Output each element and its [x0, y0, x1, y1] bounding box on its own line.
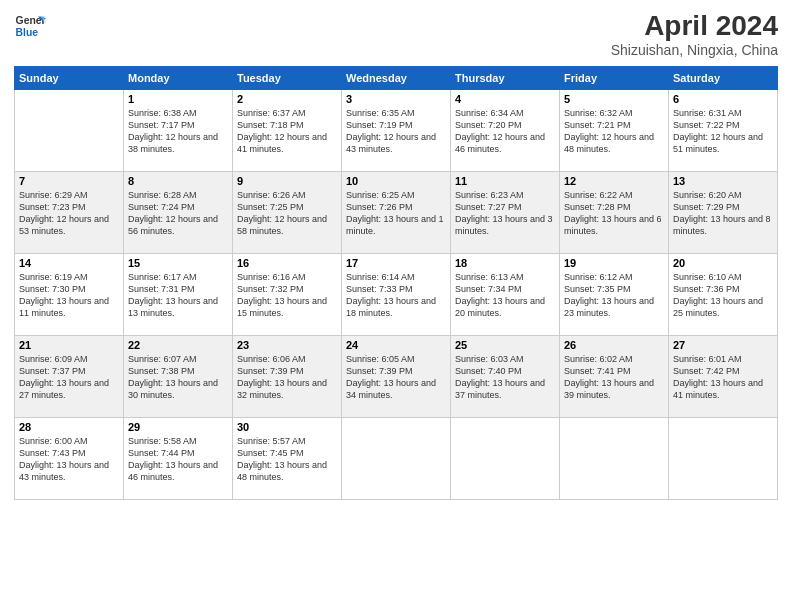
calendar-cell: 26Sunrise: 6:02 AMSunset: 7:41 PMDayligh… [560, 336, 669, 418]
svg-text:Blue: Blue [16, 27, 39, 38]
calendar-cell: 30Sunrise: 5:57 AMSunset: 7:45 PMDayligh… [233, 418, 342, 500]
day-number: 19 [564, 257, 664, 269]
calendar-cell [451, 418, 560, 500]
day-info: Sunrise: 6:38 AMSunset: 7:17 PMDaylight:… [128, 107, 228, 156]
calendar-cell [342, 418, 451, 500]
day-number: 21 [19, 339, 119, 351]
day-info: Sunrise: 6:26 AMSunset: 7:25 PMDaylight:… [237, 189, 337, 238]
day-info: Sunrise: 5:57 AMSunset: 7:45 PMDaylight:… [237, 435, 337, 484]
col-wednesday: Wednesday [342, 67, 451, 90]
col-thursday: Thursday [451, 67, 560, 90]
day-number: 6 [673, 93, 773, 105]
calendar-cell: 13Sunrise: 6:20 AMSunset: 7:29 PMDayligh… [669, 172, 778, 254]
day-number: 15 [128, 257, 228, 269]
calendar-cell: 18Sunrise: 6:13 AMSunset: 7:34 PMDayligh… [451, 254, 560, 336]
day-number: 27 [673, 339, 773, 351]
calendar-cell: 16Sunrise: 6:16 AMSunset: 7:32 PMDayligh… [233, 254, 342, 336]
day-number: 30 [237, 421, 337, 433]
calendar-week-row-1: 1Sunrise: 6:38 AMSunset: 7:17 PMDaylight… [15, 90, 778, 172]
calendar-cell: 19Sunrise: 6:12 AMSunset: 7:35 PMDayligh… [560, 254, 669, 336]
calendar-cell: 6Sunrise: 6:31 AMSunset: 7:22 PMDaylight… [669, 90, 778, 172]
day-number: 13 [673, 175, 773, 187]
calendar-cell: 25Sunrise: 6:03 AMSunset: 7:40 PMDayligh… [451, 336, 560, 418]
logo-icon: General Blue [14, 10, 46, 42]
day-info: Sunrise: 6:10 AMSunset: 7:36 PMDaylight:… [673, 271, 773, 320]
day-info: Sunrise: 6:16 AMSunset: 7:32 PMDaylight:… [237, 271, 337, 320]
calendar-header-row: Sunday Monday Tuesday Wednesday Thursday… [15, 67, 778, 90]
day-info: Sunrise: 6:07 AMSunset: 7:38 PMDaylight:… [128, 353, 228, 402]
calendar-cell: 1Sunrise: 6:38 AMSunset: 7:17 PMDaylight… [124, 90, 233, 172]
calendar-cell: 23Sunrise: 6:06 AMSunset: 7:39 PMDayligh… [233, 336, 342, 418]
day-number: 16 [237, 257, 337, 269]
day-info: Sunrise: 6:23 AMSunset: 7:27 PMDaylight:… [455, 189, 555, 238]
calendar-cell: 27Sunrise: 6:01 AMSunset: 7:42 PMDayligh… [669, 336, 778, 418]
day-number: 17 [346, 257, 446, 269]
calendar-cell: 22Sunrise: 6:07 AMSunset: 7:38 PMDayligh… [124, 336, 233, 418]
month-title: April 2024 [611, 10, 778, 42]
calendar-cell [15, 90, 124, 172]
day-number: 12 [564, 175, 664, 187]
col-tuesday: Tuesday [233, 67, 342, 90]
calendar-cell: 21Sunrise: 6:09 AMSunset: 7:37 PMDayligh… [15, 336, 124, 418]
day-info: Sunrise: 6:14 AMSunset: 7:33 PMDaylight:… [346, 271, 446, 320]
day-info: Sunrise: 6:09 AMSunset: 7:37 PMDaylight:… [19, 353, 119, 402]
day-number: 25 [455, 339, 555, 351]
day-info: Sunrise: 6:37 AMSunset: 7:18 PMDaylight:… [237, 107, 337, 156]
calendar-cell: 7Sunrise: 6:29 AMSunset: 7:23 PMDaylight… [15, 172, 124, 254]
day-number: 29 [128, 421, 228, 433]
calendar-cell: 14Sunrise: 6:19 AMSunset: 7:30 PMDayligh… [15, 254, 124, 336]
day-number: 4 [455, 93, 555, 105]
day-number: 7 [19, 175, 119, 187]
day-number: 26 [564, 339, 664, 351]
title-block: April 2024 Shizuishan, Ningxia, China [611, 10, 778, 58]
calendar-cell: 3Sunrise: 6:35 AMSunset: 7:19 PMDaylight… [342, 90, 451, 172]
day-info: Sunrise: 6:34 AMSunset: 7:20 PMDaylight:… [455, 107, 555, 156]
day-info: Sunrise: 6:17 AMSunset: 7:31 PMDaylight:… [128, 271, 228, 320]
day-number: 18 [455, 257, 555, 269]
day-info: Sunrise: 6:02 AMSunset: 7:41 PMDaylight:… [564, 353, 664, 402]
day-number: 11 [455, 175, 555, 187]
day-info: Sunrise: 6:22 AMSunset: 7:28 PMDaylight:… [564, 189, 664, 238]
day-info: Sunrise: 6:32 AMSunset: 7:21 PMDaylight:… [564, 107, 664, 156]
day-number: 28 [19, 421, 119, 433]
day-info: Sunrise: 6:19 AMSunset: 7:30 PMDaylight:… [19, 271, 119, 320]
day-info: Sunrise: 6:25 AMSunset: 7:26 PMDaylight:… [346, 189, 446, 238]
day-number: 20 [673, 257, 773, 269]
day-number: 10 [346, 175, 446, 187]
day-info: Sunrise: 6:01 AMSunset: 7:42 PMDaylight:… [673, 353, 773, 402]
calendar-cell: 29Sunrise: 5:58 AMSunset: 7:44 PMDayligh… [124, 418, 233, 500]
day-number: 3 [346, 93, 446, 105]
day-info: Sunrise: 5:58 AMSunset: 7:44 PMDaylight:… [128, 435, 228, 484]
day-info: Sunrise: 6:20 AMSunset: 7:29 PMDaylight:… [673, 189, 773, 238]
day-info: Sunrise: 6:03 AMSunset: 7:40 PMDaylight:… [455, 353, 555, 402]
day-info: Sunrise: 6:06 AMSunset: 7:39 PMDaylight:… [237, 353, 337, 402]
day-number: 24 [346, 339, 446, 351]
calendar-cell: 10Sunrise: 6:25 AMSunset: 7:26 PMDayligh… [342, 172, 451, 254]
calendar-week-row-3: 14Sunrise: 6:19 AMSunset: 7:30 PMDayligh… [15, 254, 778, 336]
calendar-cell [669, 418, 778, 500]
calendar-cell [560, 418, 669, 500]
calendar-cell: 9Sunrise: 6:26 AMSunset: 7:25 PMDaylight… [233, 172, 342, 254]
logo: General Blue [14, 10, 46, 42]
day-info: Sunrise: 6:12 AMSunset: 7:35 PMDaylight:… [564, 271, 664, 320]
calendar-week-row-4: 21Sunrise: 6:09 AMSunset: 7:37 PMDayligh… [15, 336, 778, 418]
calendar-cell: 15Sunrise: 6:17 AMSunset: 7:31 PMDayligh… [124, 254, 233, 336]
location-title: Shizuishan, Ningxia, China [611, 42, 778, 58]
col-monday: Monday [124, 67, 233, 90]
day-number: 23 [237, 339, 337, 351]
day-info: Sunrise: 6:05 AMSunset: 7:39 PMDaylight:… [346, 353, 446, 402]
day-info: Sunrise: 6:13 AMSunset: 7:34 PMDaylight:… [455, 271, 555, 320]
calendar-cell: 8Sunrise: 6:28 AMSunset: 7:24 PMDaylight… [124, 172, 233, 254]
day-number: 1 [128, 93, 228, 105]
page-header: General Blue April 2024 Shizuishan, Ning… [14, 10, 778, 58]
day-info: Sunrise: 6:28 AMSunset: 7:24 PMDaylight:… [128, 189, 228, 238]
day-number: 8 [128, 175, 228, 187]
day-number: 22 [128, 339, 228, 351]
calendar-week-row-5: 28Sunrise: 6:00 AMSunset: 7:43 PMDayligh… [15, 418, 778, 500]
day-number: 2 [237, 93, 337, 105]
calendar-cell: 24Sunrise: 6:05 AMSunset: 7:39 PMDayligh… [342, 336, 451, 418]
day-number: 14 [19, 257, 119, 269]
day-number: 5 [564, 93, 664, 105]
calendar-week-row-2: 7Sunrise: 6:29 AMSunset: 7:23 PMDaylight… [15, 172, 778, 254]
calendar-cell: 4Sunrise: 6:34 AMSunset: 7:20 PMDaylight… [451, 90, 560, 172]
